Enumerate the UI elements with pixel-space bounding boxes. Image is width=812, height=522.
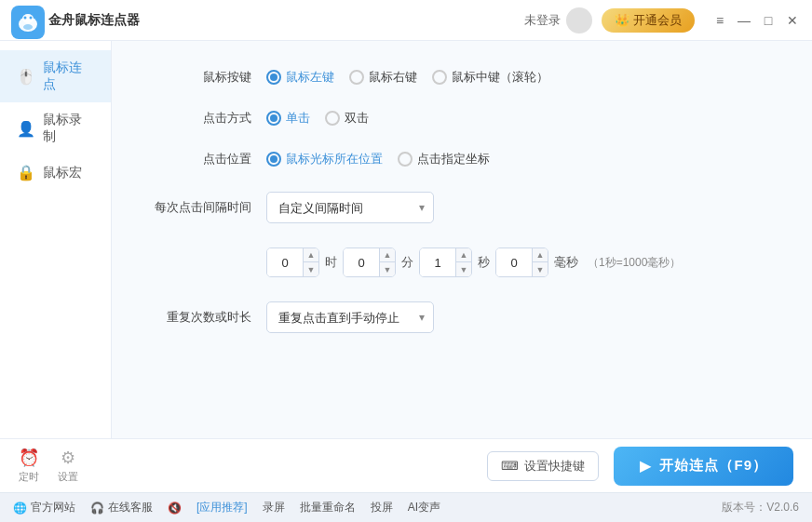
radio-fixed-pos[interactable]: 点击指定坐标	[398, 151, 490, 167]
seconds-input-wrap: ▲ ▼	[419, 248, 472, 277]
title-bar-right: 未登录 👑 开通会员 ≡ — □ ✕	[524, 7, 801, 33]
start-label: 开始连点（F9）	[659, 457, 767, 475]
radio-left-circle	[266, 70, 281, 85]
radio-cursor-circle	[266, 152, 281, 167]
seconds-unit: 秒	[478, 254, 490, 271]
hours-down[interactable]: ▼	[304, 262, 318, 276]
ms-note: （1秒=1000毫秒）	[588, 255, 681, 271]
svg-point-4	[30, 16, 33, 19]
sidebar-item-macro[interactable]: 🔒 鼠标宏	[0, 154, 111, 191]
shortcut-label: 设置快捷键	[524, 458, 585, 475]
project-item[interactable]: 投屏	[371, 500, 393, 515]
title-bar: 金舟鼠标连点器 未登录 👑 开通会员 ≡ — □ ✕	[0, 0, 812, 41]
mouse-button-row: 鼠标按键 鼠标左键 鼠标右键 鼠标中键（滚轮）	[149, 69, 775, 86]
radio-single-circle	[266, 111, 281, 126]
sidebar: 🖱️ 鼠标连点 👤 鼠标录制 🔒 鼠标宏	[0, 41, 112, 438]
radio-left-button[interactable]: 鼠标左键	[266, 69, 334, 86]
interval-controls: 自定义间隔时间 固定间隔时间 ▾	[266, 192, 434, 223]
ms-up[interactable]: ▲	[533, 248, 548, 262]
website-link[interactable]: 🌐 官方网站	[13, 500, 75, 515]
website-icon: 🌐	[13, 502, 27, 515]
radio-fixed-circle	[398, 152, 413, 167]
repeat-select[interactable]: 重复点击直到手动停止 重复指定次数 重复指定时长	[266, 301, 434, 333]
close-button[interactable]: ✕	[784, 12, 801, 29]
interval-label: 每次点击间隔时间	[149, 199, 251, 216]
seconds-input[interactable]	[420, 248, 455, 276]
radio-single[interactable]: 单击	[266, 110, 310, 127]
seconds-spinners: ▲ ▼	[455, 248, 471, 276]
ms-down[interactable]: ▼	[533, 262, 548, 276]
timer-tool[interactable]: ⏰ 定时	[19, 448, 39, 484]
main-content: 🖱️ 鼠标连点 👤 鼠标录制 🔒 鼠标宏 鼠标按键 鼠标左键 鼠标右键	[0, 41, 812, 438]
minutes-down[interactable]: ▼	[380, 262, 395, 276]
seconds-down[interactable]: ▼	[456, 262, 471, 276]
settings-icon: ⚙	[61, 448, 75, 468]
login-area: 未登录	[524, 7, 592, 33]
radio-right-label: 鼠标右键	[369, 69, 417, 86]
record-item[interactable]: 录屏	[263, 500, 285, 515]
radio-double[interactable]: 双击	[325, 110, 369, 127]
ms-spinners: ▲ ▼	[532, 248, 548, 276]
timer-icon: ⏰	[19, 448, 39, 468]
vip-button[interactable]: 👑 开通会员	[602, 8, 695, 33]
sidebar-label-click: 鼠标连点	[43, 60, 94, 93]
settings-tool[interactable]: ⚙ 设置	[58, 448, 78, 484]
shortcut-button[interactable]: ⌨ 设置快捷键	[487, 451, 599, 481]
interval-select[interactable]: 自定义间隔时间 固定间隔时间	[266, 192, 434, 223]
radio-single-label: 单击	[286, 110, 310, 127]
hours-spinners: ▲ ▼	[303, 248, 318, 276]
radio-cursor-pos[interactable]: 鼠标光标所在位置	[266, 151, 383, 167]
svg-point-3	[24, 16, 27, 19]
headset-icon: 🎧	[90, 502, 104, 515]
bottom-bar: ⏰ 定时 ⚙ 设置 ⌨ 设置快捷键 ▶ 开始连点（F9）	[0, 438, 812, 492]
radio-middle-label: 鼠标中键（滚轮）	[452, 69, 548, 86]
window-controls: ≡ — □ ✕	[711, 12, 801, 29]
avatar	[566, 7, 592, 33]
maximize-button[interactable]: □	[760, 12, 777, 29]
timer-label: 定时	[19, 470, 39, 484]
minimize-button[interactable]: —	[736, 12, 752, 29]
sidebar-label-record: 鼠标录制	[43, 112, 94, 145]
mute-icon: 🔇	[168, 502, 182, 515]
minutes-input[interactable]	[344, 248, 379, 276]
minutes-spinners: ▲ ▼	[379, 248, 395, 276]
bottom-tools: ⏰ 定时 ⚙ 设置	[19, 448, 78, 484]
sidebar-item-record[interactable]: 👤 鼠标录制	[0, 102, 111, 154]
radio-right-circle	[349, 70, 364, 85]
settings-label: 设置	[58, 470, 78, 484]
radio-middle-circle	[432, 70, 447, 85]
batch-rename-item[interactable]: 批量重命名	[300, 500, 356, 515]
repeat-controls: 重复点击直到手动停止 重复指定次数 重复指定时长 ▾	[266, 301, 434, 333]
hours-up[interactable]: ▲	[304, 248, 318, 262]
support-label: 在线客服	[108, 500, 153, 515]
app-title: 金舟鼠标连点器	[48, 12, 524, 29]
shortcut-icon: ⌨	[501, 459, 519, 473]
sidebar-label-macro: 鼠标宏	[43, 165, 82, 181]
app-logo	[11, 6, 41, 35]
minutes-up[interactable]: ▲	[380, 248, 395, 262]
menu-button[interactable]: ≡	[711, 12, 728, 29]
hours-input[interactable]	[267, 248, 303, 276]
click-mode-controls: 单击 双击	[266, 110, 369, 127]
interval-select-wrap: 自定义间隔时间 固定间隔时间 ▾	[266, 192, 434, 223]
ms-input[interactable]	[496, 248, 532, 276]
ms-unit: 毫秒	[554, 254, 578, 271]
minutes-input-wrap: ▲ ▼	[343, 248, 396, 277]
ai-voice-item[interactable]: AI变声	[408, 500, 440, 515]
seconds-up[interactable]: ▲	[456, 248, 471, 262]
app-recommend[interactable]: [应用推荐]	[196, 500, 248, 515]
record-icon: 👤	[17, 120, 35, 138]
click-position-controls: 鼠标光标所在位置 点击指定坐标	[266, 151, 490, 167]
login-status: 未登录	[524, 12, 561, 29]
sidebar-item-click[interactable]: 🖱️ 鼠标连点	[0, 50, 111, 102]
time-inputs-row: ▲ ▼ 时 ▲ ▼ 分 ▲ ▼ 秒	[266, 248, 775, 277]
website-label: 官方网站	[31, 500, 75, 515]
repeat-select-wrap: 重复点击直到手动停止 重复指定次数 重复指定时长 ▾	[266, 301, 434, 333]
support-link[interactable]: 🎧 在线客服	[90, 500, 153, 515]
radio-right-button[interactable]: 鼠标右键	[349, 69, 417, 86]
repeat-label: 重复次数或时长	[149, 309, 251, 326]
radio-double-circle	[325, 111, 340, 126]
radio-double-label: 双击	[345, 110, 369, 127]
radio-middle-button[interactable]: 鼠标中键（滚轮）	[432, 69, 548, 86]
start-button[interactable]: ▶ 开始连点（F9）	[614, 447, 793, 486]
